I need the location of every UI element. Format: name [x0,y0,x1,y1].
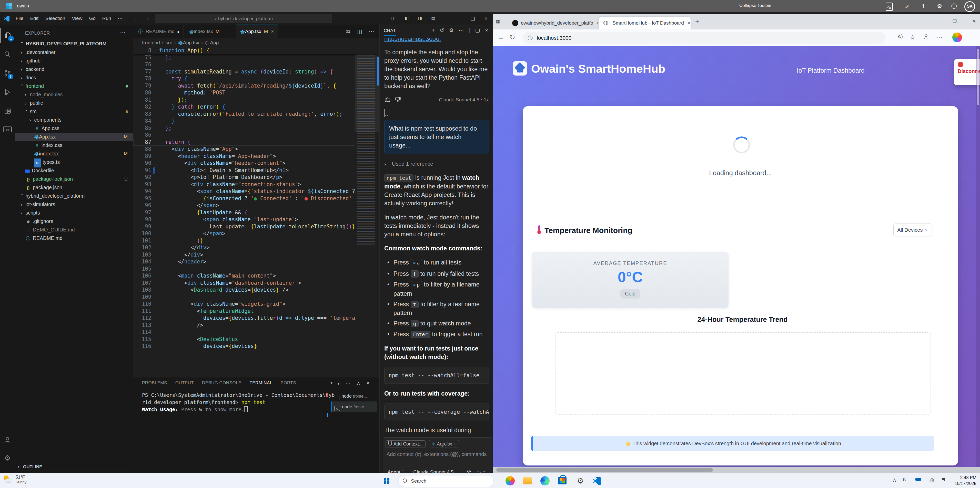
new-terminal-icon[interactable]: + [330,380,333,386]
code-editor[interactable]: 8function App() {75 };7677 const simulat… [133,47,379,377]
taskbar-search[interactable]: Search [398,475,494,487]
browser-tab-github[interactable]: owainow/hybrid_developer_platfo× [508,17,598,29]
tree-item--devcontainer[interactable]: › .devcontainer [15,48,133,57]
panel-maximize-icon[interactable]: ∧ [356,380,360,386]
tab-close-icon[interactable]: × [687,20,690,25]
favorites-star-icon[interactable]: ☆ [910,33,915,41]
tree-item-docs[interactable]: › docs [15,73,133,82]
browser-more-icon[interactable]: ⋯ [936,33,943,41]
tree-item-components[interactable]: › components [15,116,133,124]
terminal-dropdown-icon[interactable]: ▾ [337,382,339,386]
customize-layout-icon[interactable]: ▤ [426,12,440,25]
site-info-icon[interactable]: ⓘ [528,32,533,44]
breadcrumb-item[interactable]: src [165,40,172,45]
chat-conversation[interactable]: http://localhost:3000.To complete the se… [380,38,493,436]
tab-close-icon[interactable]: × [271,29,274,34]
tree-root[interactable]: ›HYBRID_DEVELOPER_PLATFORM [15,40,133,48]
tree-item-backend[interactable]: › backend [15,65,133,73]
avatar[interactable]: SA [964,1,975,12]
settings-gear-icon[interactable]: ⚙ [0,451,15,466]
attachment-pill[interactable]: ⚛ App.tsx + [429,440,459,448]
toggle-secondary-sidebar-icon[interactable]: ◨ [413,12,426,25]
menu-item-edit[interactable]: Edit [27,12,42,25]
device-filter-select[interactable]: All Devices› [893,223,932,236]
menu-item-run[interactable]: Run [99,12,115,25]
terminal-instance[interactable]: ›_node fronte... [331,391,377,401]
profile-icon[interactable] [923,33,929,41]
read-aloud-icon[interactable]: A⟩ [897,33,903,40]
cast-icon[interactable]: ⎙ [929,477,934,483]
volume-icon[interactable] [940,477,950,483]
back-icon[interactable]: ← [133,15,139,22]
editor-tab-app-tsx[interactable]: App.tsxM× [236,25,278,38]
chat-tab[interactable]: CHAT [384,28,396,36]
terminal-instance[interactable]: ›_node fronte... [331,401,377,412]
minimize-icon[interactable]: — [453,12,466,25]
browser-tab-dashboard[interactable]: SmartHomeHub - IoT Dashboard× [599,17,690,29]
tree-item-readme-md[interactable]: ⓘREADME.md [15,234,133,242]
tray-chevron-up-icon[interactable]: ∧ [892,477,896,483]
upload-icon[interactable]: ↥ [919,2,928,11]
tree-item-types-ts[interactable]: TStypes.ts [15,158,133,166]
editor-tab-readme-md[interactable]: ⓘREADME.md● [133,25,183,38]
tree-item-iot-simulators[interactable]: › iot-simulators [15,200,133,209]
menu-item-[interactable]: ⋯ [115,12,126,25]
info-icon[interactable]: ⓘ [950,2,958,11]
settings-icon[interactable]: ⚙ [575,476,585,486]
new-chat-icon[interactable]: + [432,27,435,33]
tree-item-app-css[interactable]: #App.css [15,124,133,133]
browser-minimize-icon[interactable]: — [932,17,936,23]
menu-item-file[interactable]: File [12,12,27,25]
chat-code-block[interactable]: npm test -- --coverage --watchAll=false [384,404,489,420]
panel-more-icon[interactable]: ⋯ [345,380,351,386]
file-explorer-icon[interactable] [523,476,533,486]
chat-input-box[interactable]: Add Context... ⚛ App.tsx + Add context (… [383,437,492,478]
breadcrumb-item[interactable]: frontend [142,40,160,45]
explorer-more-icon[interactable]: ⋯ [120,29,126,36]
new-tab-icon[interactable]: + [695,17,699,25]
toggle-sidebar-icon[interactable]: ◧ [400,12,413,25]
browser-refresh-icon[interactable]: ↻ [510,33,515,41]
tree-item-frontend[interactable]: › frontend [15,82,133,90]
terminal-output[interactable]: PS C:\Users\SystemAdministrator\OneDrive… [142,392,326,413]
start-button[interactable] [382,476,392,486]
more-actions-icon[interactable]: ⋯ [369,29,374,34]
thumbs-down-icon[interactable] [395,96,401,103]
toggle-panel-icon[interactable]: ◫ [387,12,400,25]
breadcrumb[interactable]: frontend›src›App.tsx›⬡App [142,38,219,47]
menu-item-go[interactable]: Go [86,12,99,25]
chat-link[interactable]: http://localhost:3000. [384,38,489,43]
editor-tab-index-tsx[interactable]: index.tsxM [185,25,224,38]
menu-item-selection[interactable]: Selection [42,12,68,25]
close-icon[interactable]: × [479,12,493,25]
microsoft-store-icon[interactable] [558,476,568,486]
gear-icon[interactable]: ⚙ [935,2,944,11]
panel-close-icon[interactable]: × [366,380,369,386]
panel-tab-ports[interactable]: PORTS [281,377,296,389]
breadcrumb-item[interactable]: App [210,40,219,45]
browser-scrollbar[interactable] [976,46,980,467]
tree-item-index-tsx[interactable]: index.tsxM [15,149,133,158]
split-editor-icon[interactable]: ◫ [357,29,362,34]
collapse-toolbar-button[interactable]: Collapse Toolbar [739,3,772,8]
resize-icon[interactable]: ⇗ [902,2,911,11]
panel-tab-problems[interactable]: PROBLEMS [142,377,167,389]
taskbar-weather[interactable]: 51°F Sunny [3,475,26,484]
tree-item-dockerfile[interactable]: Dockerfile [15,166,133,175]
tree-item-node_modules[interactable]: › node_modules [15,90,133,99]
breadcrumb-item[interactable]: App.tsx [183,40,199,45]
phone-link-icon[interactable] [488,476,498,486]
maximize-icon[interactable]: ▢ [466,12,479,25]
add-context-button[interactable]: Add Context... [385,440,426,448]
chat-expand-icon[interactable]: ▢ [475,27,480,33]
chat-more-icon[interactable]: ⋯ [459,27,464,33]
minimap[interactable] [355,47,379,377]
tree-item-index-css[interactable]: #index.css [15,141,133,149]
thumbs-up-icon[interactable] [384,96,391,103]
menu-item-view[interactable]: View [69,12,86,25]
tray-sync-icon[interactable]: ↻ [903,477,907,483]
forward-icon[interactable]: → [144,15,150,22]
tree-item-scripts[interactable]: › scripts [15,209,133,217]
tree-item-public[interactable]: › public [15,99,133,107]
account-icon[interactable] [0,433,15,448]
